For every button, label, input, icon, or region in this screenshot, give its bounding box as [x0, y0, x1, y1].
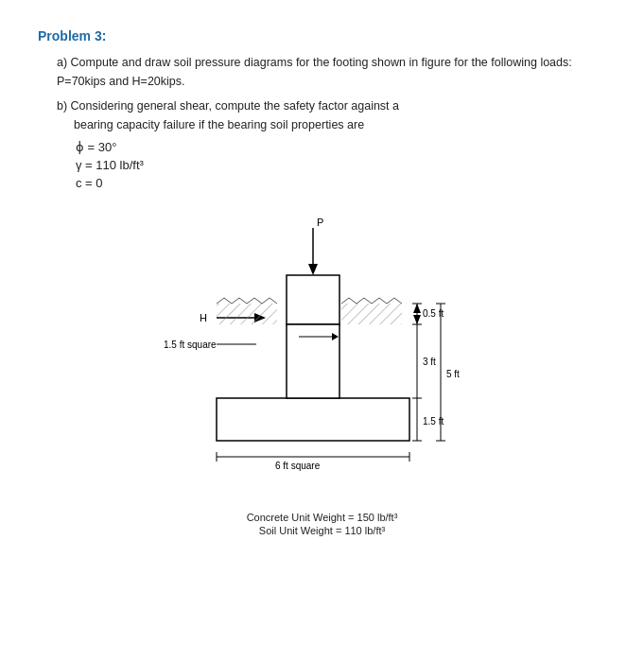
svg-rect-8 [217, 304, 277, 324]
svg-marker-3 [308, 264, 318, 275]
c-value: c = 0 [76, 176, 103, 190]
gamma-line: γ = 110 lb/ft³ [76, 158, 606, 172]
svg-text:1.5 ft: 1.5 ft [423, 416, 444, 427]
gamma-value: γ = 110 lb/ft³ [76, 158, 144, 172]
caption-line1: Concrete Unit Weight = 150 lb/ft³ [38, 512, 606, 523]
svg-text:3 ft: 3 ft [423, 357, 436, 367]
phi-line: ϕ = 30° [76, 140, 606, 154]
svg-rect-9 [341, 304, 402, 324]
phi-value: ϕ = 30° [76, 140, 116, 154]
problem-title: Problem 3: [38, 28, 606, 44]
svg-rect-10 [287, 275, 339, 324]
svg-marker-35 [413, 315, 421, 324]
svg-marker-36 [413, 304, 421, 313]
svg-text:5 ft: 5 ft [446, 369, 460, 379]
svg-text:1.5 ft square: 1.5 ft square [164, 340, 217, 350]
part-a-text: a) Compute and draw soil pressure diagra… [57, 53, 606, 91]
part-a-content: a) Compute and draw soil pressure diagra… [57, 56, 572, 88]
part-b-line2: bearing capacity failure if the bearing … [74, 118, 364, 131]
footing-diagram: P H [152, 209, 493, 502]
diagram-container: P H [38, 209, 606, 502]
part-b-line1: b) Considering general shear, compute th… [57, 99, 399, 113]
svg-text:H: H [200, 312, 207, 323]
footing-svg: P H [152, 209, 493, 502]
svg-text:P: P [317, 217, 323, 228]
svg-rect-11 [217, 398, 409, 441]
svg-rect-12 [287, 324, 339, 398]
page: Problem 3: a) Compute and draw soil pres… [0, 0, 644, 662]
c-line: c = 0 [76, 176, 606, 190]
caption-line2: Soil Unit Weight = 110 lb/ft³ [38, 525, 606, 536]
svg-text:6 ft square: 6 ft square [275, 461, 321, 471]
part-b-text: b) Considering general shear, compute th… [57, 96, 606, 134]
